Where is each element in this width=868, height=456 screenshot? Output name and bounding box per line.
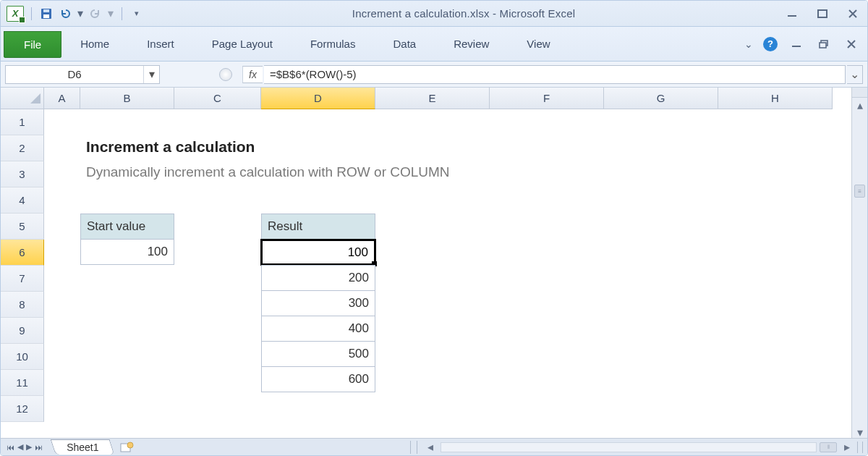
window-controls [783, 7, 861, 20]
workbook-minimize-icon[interactable] [788, 38, 805, 51]
maximize-icon[interactable] [814, 7, 831, 20]
row-header-9[interactable]: 9 [1, 318, 44, 344]
column-header-F[interactable]: F [490, 88, 604, 109]
row-header-12[interactable]: 12 [1, 396, 44, 422]
workbook-restore-icon[interactable] [815, 38, 833, 51]
row-header-1[interactable]: 1 [1, 109, 44, 135]
row-header-8[interactable]: 8 [1, 292, 44, 318]
result-cell-6[interactable]: 600 [261, 366, 375, 392]
undo-dropdown-icon[interactable]: ▾ [77, 7, 84, 21]
result-cell-3[interactable]: 300 [261, 290, 375, 316]
redo-dropdown-icon[interactable]: ▾ [107, 7, 114, 21]
window-title: Increment a calculation.xlsx - Microsoft… [144, 7, 783, 20]
column-header-B[interactable]: B [80, 88, 174, 109]
row-header-2[interactable]: 2 [1, 135, 44, 161]
tab-nav: ⏮ ◀ ▶ ⏭ [1, 442, 48, 452]
help-icon[interactable]: ? [763, 37, 778, 51]
row-header-4[interactable]: 4 [1, 187, 44, 214]
tab-home[interactable]: Home [61, 27, 128, 61]
start-value-header[interactable]: Start value [80, 214, 174, 240]
column-header-A[interactable]: A [44, 88, 80, 109]
sheet-tab-1[interactable]: Sheet1 [51, 439, 115, 455]
row-header-10[interactable]: 10 [1, 344, 44, 370]
select-all-corner[interactable] [1, 88, 44, 109]
title-bar: X ▾ ▾ ▾ Increment a calculation.xlsx - M… [1, 1, 867, 27]
hscroll-grip-icon[interactable]: ⦀ [820, 442, 837, 452]
result-cell-5[interactable]: 500 [261, 341, 375, 367]
column-header-C[interactable]: C [174, 88, 261, 109]
selected-cell[interactable]: 100 [260, 239, 376, 266]
formula-expand-icon[interactable]: ⌄ [847, 65, 863, 84]
sheet-heading: Increment a calculation [86, 138, 255, 156]
row-header-6[interactable]: 6 [1, 240, 44, 266]
new-sheet-icon[interactable] [119, 441, 135, 454]
sheet-subheading: Dynamically increment a calculation with… [86, 164, 450, 180]
name-box-value[interactable]: D6 [6, 68, 143, 80]
svg-rect-5 [792, 46, 801, 47]
name-box[interactable]: D6 ▾ [5, 65, 160, 84]
sheet-tab-bar: ⏮ ◀ ▶ ⏭ Sheet1 ◂ ⦀ ▸ [1, 438, 867, 455]
qat-divider [31, 7, 32, 20]
scroll-grip-icon[interactable]: ≡ [854, 185, 865, 198]
excel-logo-icon: X [7, 6, 24, 22]
tab-nav-last-icon[interactable]: ⏭ [35, 443, 43, 452]
file-tab[interactable]: File [4, 31, 61, 58]
formula-input[interactable]: =$B$6*(ROW()-5) [264, 65, 846, 84]
result-cell-1: 100 [263, 241, 374, 263]
tab-split-icon[interactable] [410, 441, 417, 454]
close-icon[interactable] [844, 7, 861, 20]
svg-rect-4 [818, 10, 827, 17]
quick-access-toolbar: X ▾ ▾ ▾ [7, 6, 144, 22]
scroll-down-icon[interactable]: ▾ [852, 425, 867, 439]
worksheet-grid: 123456789101112 ABCDEFGH Increment a cal… [1, 88, 867, 439]
start-value-cell[interactable]: 100 [80, 239, 174, 265]
ribbon-minimize-icon[interactable]: ⌄ [744, 38, 753, 50]
tab-nav-prev-icon[interactable]: ◀ [17, 442, 23, 452]
split-box-icon[interactable] [852, 88, 867, 98]
minimize-icon[interactable] [783, 7, 801, 20]
scroll-right-icon[interactable]: ▸ [840, 442, 854, 453]
column-header-H[interactable]: H [718, 88, 833, 109]
name-box-dropdown-icon[interactable]: ▾ [143, 66, 159, 83]
column-header-D[interactable]: D [261, 88, 375, 109]
tab-insert[interactable]: Insert [128, 27, 193, 61]
scroll-left-icon[interactable]: ◂ [423, 442, 438, 453]
svg-rect-2 [43, 9, 49, 12]
tab-nav-next-icon[interactable]: ▶ [26, 442, 32, 452]
undo-icon[interactable] [58, 7, 72, 21]
qat-customize-icon[interactable]: ▾ [129, 7, 144, 21]
workbook-close-icon[interactable] [843, 38, 860, 51]
tab-page-layout[interactable]: Page Layout [193, 27, 292, 61]
hscroll-track[interactable] [441, 442, 817, 452]
row-header-7[interactable]: 7 [1, 266, 44, 292]
vertical-scrollbar[interactable]: ▴ ≡ ▾ [851, 88, 867, 439]
sheet-tab-label: Sheet1 [67, 442, 98, 453]
ribbon: File Home Insert Page Layout Formulas Da… [1, 27, 867, 62]
row-header-11[interactable]: 11 [1, 370, 44, 396]
tab-formulas[interactable]: Formulas [292, 27, 375, 61]
result-header[interactable]: Result [261, 214, 375, 240]
horizontal-scrollbar[interactable]: ◂ ⦀ ▸ [135, 441, 867, 454]
qat-divider-2 [122, 7, 122, 20]
svg-rect-7 [820, 43, 826, 48]
hsplit-box-icon[interactable] [857, 442, 863, 453]
redo-icon[interactable] [88, 7, 103, 21]
result-cell-4[interactable]: 400 [261, 316, 375, 342]
tab-nav-first-icon[interactable]: ⏮ [7, 443, 14, 452]
tab-data[interactable]: Data [374, 27, 435, 61]
fx-icon[interactable]: fx [242, 66, 263, 83]
svg-rect-1 [43, 14, 49, 18]
row-header-5[interactable]: 5 [1, 214, 44, 240]
cancel-formula-icon[interactable] [219, 68, 232, 81]
row-header-3[interactable]: 3 [1, 161, 44, 187]
column-header-E[interactable]: E [375, 88, 490, 109]
scroll-up-icon[interactable]: ▴ [852, 98, 867, 112]
save-icon[interactable] [39, 7, 54, 21]
tab-view[interactable]: View [508, 27, 569, 61]
column-header-G[interactable]: G [604, 88, 718, 109]
svg-rect-3 [788, 15, 796, 17]
svg-point-9 [127, 442, 133, 448]
result-cell-2[interactable]: 200 [261, 265, 375, 291]
tab-review[interactable]: Review [435, 27, 508, 61]
scroll-track[interactable]: ≡ [852, 112, 867, 425]
